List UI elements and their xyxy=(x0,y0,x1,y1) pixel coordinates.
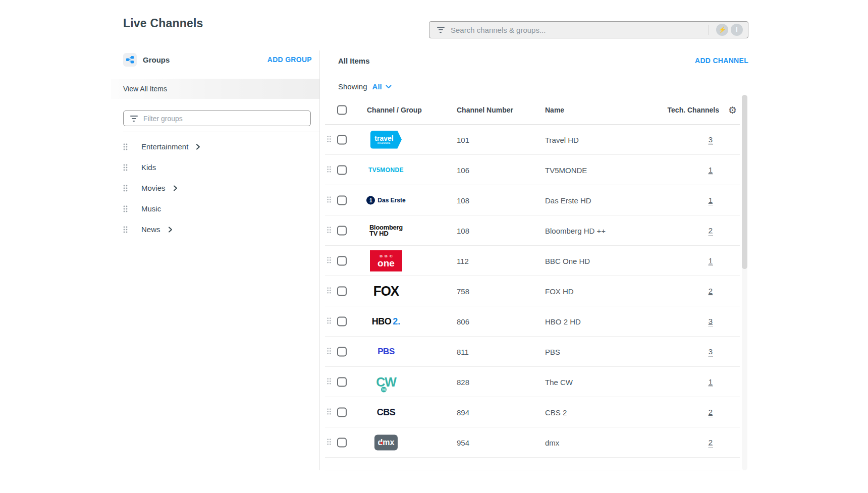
showing-label: Showing xyxy=(338,82,367,91)
channel-name: PBS xyxy=(545,347,560,356)
table-row: TV5MONDE 106 TV5MONDE 1 xyxy=(325,155,740,185)
drag-handle-icon[interactable] xyxy=(327,256,331,265)
drag-handle-icon[interactable] xyxy=(123,143,128,150)
drag-handle-icon[interactable] xyxy=(327,166,331,175)
row-checkbox[interactable] xyxy=(337,165,347,175)
drag-handle-icon[interactable] xyxy=(123,205,128,212)
row-checkbox[interactable] xyxy=(337,195,347,205)
info-icon[interactable]: i xyxy=(731,24,743,36)
channel-logo: THE CW xyxy=(376,374,396,389)
channel-number: 112 xyxy=(457,256,469,265)
filter-icon xyxy=(130,116,138,122)
group-label: Kids xyxy=(141,163,156,172)
search-divider xyxy=(709,25,709,35)
global-search-input[interactable]: Search channels & groups... ⚡ i xyxy=(429,21,748,38)
chevron-right-icon[interactable] xyxy=(196,144,200,150)
drag-handle-icon[interactable] xyxy=(327,408,331,417)
column-channel-group: Channel / Group xyxy=(367,106,422,114)
tech-channels-link[interactable]: 3 xyxy=(709,317,713,326)
add-channel-button[interactable]: ADD CHANNEL xyxy=(695,57,748,65)
channel-logo: PBS xyxy=(377,347,394,357)
tech-channels-link[interactable]: 1 xyxy=(709,196,713,205)
channel-number: 894 xyxy=(457,408,469,416)
channel-name: CBS 2 xyxy=(545,408,567,416)
drag-handle-icon[interactable] xyxy=(327,438,331,447)
tech-channels-link[interactable]: 3 xyxy=(709,135,713,145)
table-header-row: Channel / Group Channel Number Name Tech… xyxy=(325,96,740,125)
chevron-right-icon[interactable] xyxy=(173,185,178,191)
row-checkbox[interactable] xyxy=(337,316,347,326)
channel-number: 758 xyxy=(457,287,469,295)
groups-tree-icon xyxy=(123,53,137,67)
tech-channels-link[interactable]: 1 xyxy=(709,377,713,387)
drag-handle-icon[interactable] xyxy=(327,226,331,235)
chevron-right-icon[interactable] xyxy=(168,227,173,233)
add-group-button[interactable]: ADD GROUP xyxy=(267,56,312,64)
channels-table: Channel / Group Channel Number Name Tech… xyxy=(325,96,740,470)
table-row: 1 Das Erste 108 Das Erste HD 1 xyxy=(325,185,740,215)
column-channel-number: Channel Number xyxy=(457,106,513,114)
row-checkbox[interactable] xyxy=(337,226,347,235)
drag-handle-icon[interactable] xyxy=(327,317,331,326)
channel-name: TV5MONDE xyxy=(545,166,587,174)
group-list-item[interactable]: News xyxy=(123,219,315,240)
group-label: Entertainment xyxy=(141,142,188,151)
drag-handle-icon[interactable] xyxy=(327,377,331,387)
flash-icon[interactable]: ⚡ xyxy=(716,24,728,36)
view-all-items[interactable]: View All Items xyxy=(111,79,319,99)
channel-name: BBC One HD xyxy=(545,256,590,265)
row-checkbox[interactable] xyxy=(337,377,347,387)
row-checkbox[interactable] xyxy=(337,407,347,417)
table-row: CBS 894 CBS 2 2 xyxy=(325,397,740,427)
tech-channels-link[interactable]: 2 xyxy=(709,226,713,236)
channel-number: 828 xyxy=(457,377,469,386)
channel-number: 954 xyxy=(457,438,469,447)
table-row: FOX 758 FOX HD 2 xyxy=(325,276,740,306)
showing-dropdown[interactable]: Showing All xyxy=(338,82,392,91)
row-checkbox[interactable] xyxy=(337,347,347,356)
filter-groups-input[interactable]: Filter groups xyxy=(123,111,311,126)
drag-handle-icon[interactable] xyxy=(123,185,128,192)
channel-logo: FOX xyxy=(373,283,399,299)
channel-logo: Bloomberg TV HD xyxy=(369,225,403,237)
group-list-item[interactable]: Music xyxy=(123,198,315,219)
row-checkbox[interactable] xyxy=(337,437,347,447)
channel-name: dmx xyxy=(545,438,559,447)
showing-value[interactable]: All xyxy=(372,82,382,91)
drag-handle-icon[interactable] xyxy=(327,287,331,296)
group-list-item[interactable]: Movies xyxy=(123,178,315,198)
group-list-item[interactable]: Entertainment xyxy=(123,136,315,157)
select-all-checkbox[interactable] xyxy=(337,105,347,115)
search-placeholder: Search channels & groups... xyxy=(451,26,546,34)
drag-handle-icon[interactable] xyxy=(327,135,331,144)
tech-channels-link[interactable]: 1 xyxy=(709,256,713,266)
tech-channels-link[interactable]: 2 xyxy=(709,438,713,448)
channel-logo: HBO 2. xyxy=(372,316,401,326)
tech-channels-link[interactable]: 2 xyxy=(709,287,713,296)
gear-icon[interactable]: ⚙ xyxy=(728,105,737,115)
filter-icon xyxy=(437,27,445,33)
table-scrollbar[interactable] xyxy=(742,95,747,470)
drag-handle-icon[interactable] xyxy=(123,164,128,171)
row-checkbox[interactable] xyxy=(337,135,347,144)
drag-handle-icon[interactable] xyxy=(123,226,128,233)
row-checkbox[interactable] xyxy=(337,256,347,265)
table-row: dmx 954 dmx 2 xyxy=(325,427,740,458)
channel-name: Das Erste HD xyxy=(545,196,591,204)
scrollbar-thumb[interactable] xyxy=(742,95,747,269)
group-list-item[interactable]: Kids xyxy=(123,157,315,178)
tech-channels-link[interactable]: 2 xyxy=(709,408,713,417)
row-checkbox[interactable] xyxy=(337,286,347,296)
channel-name: Travel HD xyxy=(545,135,579,144)
drag-handle-icon[interactable] xyxy=(327,196,331,205)
table-row: PBS 811 PBS 3 xyxy=(325,337,740,367)
tech-channels-link[interactable]: 1 xyxy=(709,166,713,175)
channel-logo: travel CHANNEL xyxy=(370,131,402,149)
drag-handle-icon[interactable] xyxy=(327,347,331,356)
sidebar-divider xyxy=(123,132,319,132)
table-row: THE CW 828 The CW 1 xyxy=(325,367,740,397)
tech-channels-link[interactable]: 3 xyxy=(709,347,713,357)
table-row: BBC one 112 BBC One HD 1 xyxy=(325,246,740,276)
panel-divider xyxy=(319,50,320,470)
group-label: News xyxy=(141,225,160,234)
